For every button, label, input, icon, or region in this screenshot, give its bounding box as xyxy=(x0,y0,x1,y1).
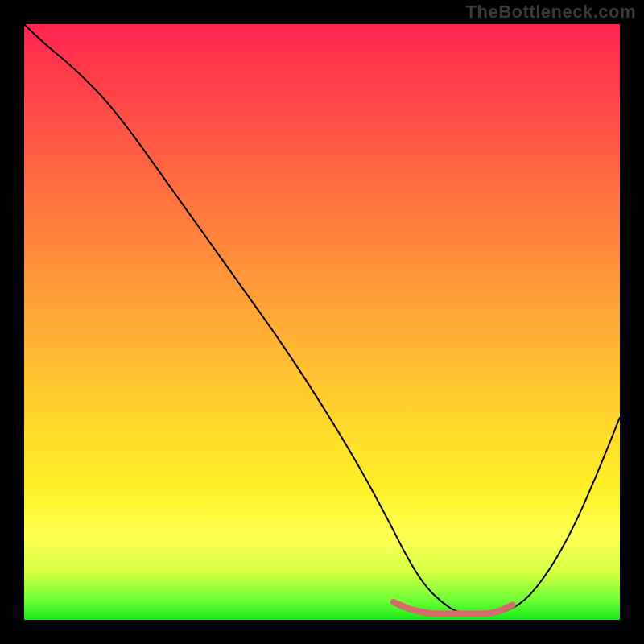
red-segment xyxy=(394,602,513,614)
main-curve xyxy=(24,24,620,614)
watermark-text: TheBottleneck.com xyxy=(466,2,636,23)
curve-layer xyxy=(24,24,620,620)
plot-area xyxy=(24,24,620,620)
chart-container: TheBottleneck.com xyxy=(0,0,644,644)
